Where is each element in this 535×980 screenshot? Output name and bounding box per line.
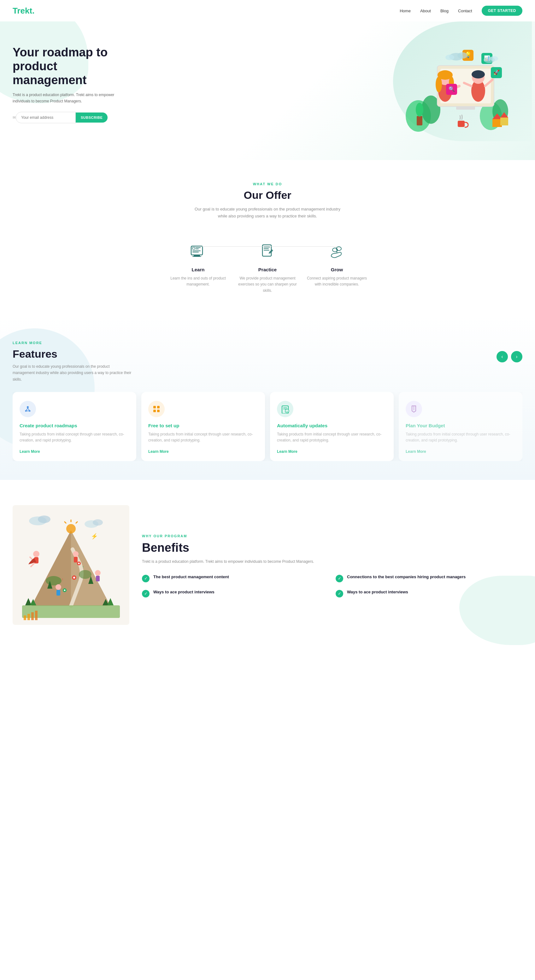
roadmaps-title: Create product roadmaps: [19, 423, 129, 428]
svg-rect-107: [31, 612, 34, 620]
learn-desc: Learn the ins and outs of product manage…: [166, 275, 230, 287]
features-next-button[interactable]: ›: [511, 351, 522, 363]
svg-point-75: [93, 519, 103, 526]
benefit-text-2: Connections to the best companies hiring…: [347, 574, 466, 580]
grow-icon: [327, 242, 347, 262]
updates-title: Automatically updates: [277, 423, 387, 428]
benefits-section: ↑ ↑ ⚡ WHY OUR PROGRAM Benefits Tr: [0, 480, 535, 651]
hero-content: Your roadmap to product management Trekt…: [13, 46, 120, 123]
benefits-description: Trekt is a product education platform. T…: [142, 558, 522, 565]
svg-rect-61: [157, 406, 160, 408]
svg-point-58: [25, 410, 27, 412]
svg-point-96: [95, 570, 101, 576]
practice-icon: [257, 242, 278, 262]
svg-rect-40: [196, 247, 201, 248]
svg-rect-35: [500, 118, 508, 126]
svg-text:🔍: 🔍: [449, 86, 455, 92]
svg-rect-45: [192, 256, 201, 257]
svg-rect-93: [74, 557, 78, 563]
benefit-check-1: ✓: [142, 575, 150, 582]
hero-title: Your roadmap to product management: [13, 46, 120, 87]
benefits-blob: [459, 576, 535, 645]
plan-desc: Taking products from initial concept thr…: [406, 431, 516, 443]
benefits-illustration: ↑ ↑ ⚡: [13, 505, 129, 626]
hero-subtitle: Trekt is a product education platform. T…: [13, 92, 120, 104]
svg-rect-4: [417, 116, 422, 126]
nav-about[interactable]: About: [420, 8, 431, 13]
svg-text:⚡: ⚡: [91, 533, 98, 540]
updates-desc: Taking products from initial concept thr…: [277, 431, 387, 443]
svg-point-88: [33, 551, 40, 557]
features-header: LEARN MORE Features Our goal is to educa…: [13, 341, 522, 383]
feature-card-updates: + Automatically updates Taking products …: [270, 392, 394, 461]
features-title: Features: [13, 348, 133, 360]
nav-links: Home About Blog Contact GET STARTED: [400, 6, 522, 16]
svg-text:🚀: 🚀: [493, 69, 500, 75]
get-started-button[interactable]: GET STARTED: [482, 6, 522, 16]
offer-card-grow: Grow Connect aspiring product managers w…: [302, 235, 372, 294]
nav-home[interactable]: Home: [400, 8, 411, 13]
features-label: LEARN MORE: [13, 341, 522, 345]
features-text: Features Our goal is to educate young pr…: [13, 348, 133, 383]
nav-blog[interactable]: Blog: [440, 8, 449, 13]
features-description: Our goal is to educate young professiona…: [13, 363, 133, 383]
subscribe-button[interactable]: SUBSCRIBE: [76, 113, 107, 123]
features-title-row: Features Our goal is to educate young pr…: [13, 348, 522, 383]
offer-cards: Learn Learn the ins and outs of product …: [13, 235, 522, 300]
svg-point-109: [66, 524, 76, 533]
offer-card-practice: Practice We provide product management e…: [233, 235, 302, 300]
grow-desc: Connect aspiring product managers with i…: [305, 275, 369, 287]
email-field[interactable]: [16, 112, 76, 123]
svg-point-73: [38, 515, 51, 523]
offer-section: WHAT WE DO Our Offer Our goal is to educ…: [0, 160, 535, 316]
free-learn-more[interactable]: Learn More: [148, 449, 169, 454]
offer-section-label: WHAT WE DO: [13, 182, 522, 186]
svg-rect-62: [153, 410, 156, 412]
svg-rect-37: [458, 121, 465, 127]
svg-rect-8: [456, 107, 475, 110]
roadmaps-learn-more[interactable]: Learn More: [19, 449, 40, 454]
roadmaps-icon: [19, 401, 36, 417]
svg-text:↑: ↑: [62, 577, 64, 582]
features-navigation: ‹ ›: [497, 348, 522, 363]
learn-icon: [188, 242, 208, 262]
nav-contact[interactable]: Contact: [458, 8, 472, 13]
svg-text:+: +: [286, 410, 288, 412]
plan-learn-more[interactable]: Learn More: [406, 449, 426, 454]
feature-card-roadmaps: Create product roadmaps Taking products …: [13, 392, 136, 461]
svg-rect-60: [153, 406, 156, 408]
hero-illustration: 💡 📊 🚀 🔍: [390, 28, 522, 141]
benefit-item-1: ✓ The best product management content: [142, 574, 329, 582]
svg-rect-106: [27, 614, 30, 620]
svg-point-17: [471, 70, 485, 78]
svg-rect-97: [96, 576, 100, 581]
svg-rect-42: [192, 250, 201, 251]
svg-point-78: [46, 576, 62, 585]
plan-title: Plan Your Budget: [406, 423, 516, 428]
svg-point-30: [446, 54, 454, 60]
svg-point-83: [73, 577, 75, 579]
svg-rect-43: [192, 252, 199, 252]
svg-text:↑: ↑: [82, 565, 84, 569]
feature-card-plan: Plan Your Budget Taking products from in…: [399, 392, 522, 461]
feature-card-free: Free to set up Taking products from init…: [141, 392, 265, 461]
updates-learn-more[interactable]: Learn More: [277, 449, 297, 454]
hero-form: ✉ SUBSCRIBE: [13, 112, 120, 123]
hero-section: Your roadmap to product management Trekt…: [0, 21, 535, 160]
svg-rect-63: [157, 410, 160, 412]
svg-point-79: [79, 570, 91, 579]
hero-svg: 💡 📊 🚀 🔍: [399, 34, 513, 135]
svg-rect-49: [264, 250, 269, 250]
svg-rect-48: [264, 248, 269, 249]
mountain-svg: ↑ ↑ ⚡: [13, 505, 129, 625]
benefit-text-3: Ways to ace product interviews: [153, 589, 214, 595]
email-icon: ✉: [13, 115, 16, 120]
learn-title: Learn: [166, 267, 230, 272]
benefit-item-3: ✓ Ways to ace product interviews: [142, 589, 329, 597]
features-prev-button[interactable]: ‹: [497, 351, 508, 363]
updates-icon: +: [277, 401, 293, 417]
offer-description: Our goal is to educate young professiona…: [192, 206, 343, 220]
svg-point-29: [457, 52, 468, 59]
benefits-content: WHY OUR PROGRAM Benefits Trekt is a prod…: [142, 534, 522, 597]
svg-point-59: [29, 410, 30, 412]
